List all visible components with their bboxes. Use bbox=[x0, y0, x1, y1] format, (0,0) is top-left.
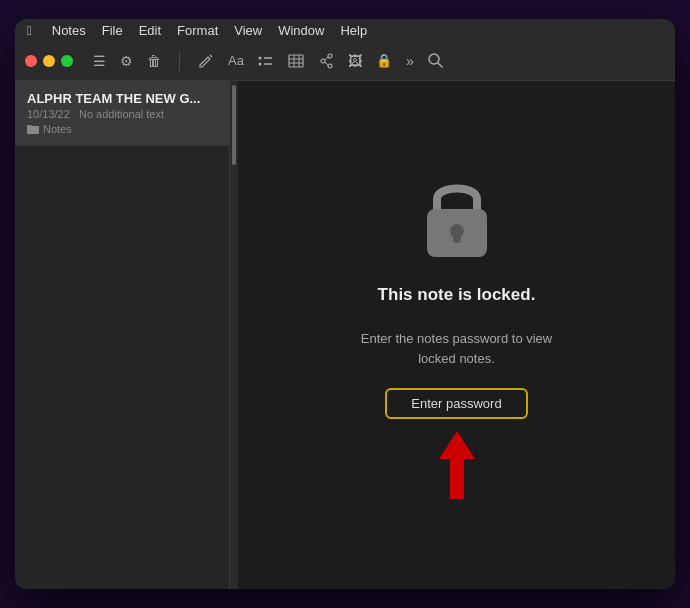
arrow-container bbox=[439, 431, 475, 499]
sidebar: ALPHR TEAM THE NEW G... 10/13/22 No addi… bbox=[15, 81, 230, 589]
arrow-shaft bbox=[450, 459, 464, 499]
note-view: This note is locked. Enter the notes pas… bbox=[238, 81, 675, 589]
note-meta: 10/13/22 No additional text bbox=[27, 108, 217, 120]
lock-title: This note is locked. bbox=[378, 285, 536, 305]
apple-menu[interactable]:  bbox=[27, 23, 32, 38]
svg-point-10 bbox=[328, 54, 332, 58]
toolbar: ☰ ⚙ 🗑 Aa bbox=[15, 41, 675, 81]
search-icon[interactable] bbox=[428, 53, 443, 68]
menu-format[interactable]: Format bbox=[177, 23, 218, 38]
image-icon[interactable]: 🖼 bbox=[348, 53, 362, 69]
traffic-lights bbox=[25, 55, 73, 67]
menu-bar:  Notes File Edit Format View Window Hel… bbox=[15, 19, 675, 41]
svg-point-1 bbox=[258, 62, 261, 65]
lock-subtitle: Enter the notes password to view locked … bbox=[347, 329, 567, 368]
chevron-right-icon[interactable]: » bbox=[406, 53, 414, 69]
maximize-button[interactable] bbox=[61, 55, 73, 67]
scrollbar-thumb bbox=[232, 85, 236, 165]
app-window:  Notes File Edit Format View Window Hel… bbox=[15, 19, 675, 589]
minimize-button[interactable] bbox=[43, 55, 55, 67]
share-icon[interactable] bbox=[318, 53, 334, 69]
compose-icon[interactable] bbox=[198, 53, 214, 69]
menu-help[interactable]: Help bbox=[340, 23, 367, 38]
main-content: ALPHR TEAM THE NEW G... 10/13/22 No addi… bbox=[15, 81, 675, 589]
enter-password-button[interactable]: Enter password bbox=[385, 388, 527, 419]
close-button[interactable] bbox=[25, 55, 37, 67]
note-title: ALPHR TEAM THE NEW G... bbox=[27, 91, 217, 106]
arrow-head bbox=[439, 431, 475, 459]
svg-rect-18 bbox=[453, 231, 461, 243]
note-preview: No additional text bbox=[79, 108, 164, 120]
svg-point-0 bbox=[258, 56, 261, 59]
svg-point-11 bbox=[328, 64, 332, 68]
note-list-item[interactable]: ALPHR TEAM THE NEW G... 10/13/22 No addi… bbox=[15, 81, 229, 146]
menu-file[interactable]: File bbox=[102, 23, 123, 38]
list-view-icon[interactable]: ☰ bbox=[93, 53, 106, 69]
lock-icon-container bbox=[417, 171, 497, 261]
svg-point-9 bbox=[321, 59, 325, 63]
svg-line-15 bbox=[438, 63, 442, 67]
menu-view[interactable]: View bbox=[234, 23, 262, 38]
trash-icon[interactable]: 🗑 bbox=[147, 53, 161, 69]
lock-icon bbox=[417, 171, 497, 261]
checklist-icon[interactable] bbox=[258, 54, 274, 68]
table-icon[interactable] bbox=[288, 54, 304, 68]
lock-toolbar-icon[interactable]: 🔒 bbox=[376, 53, 392, 68]
note-folder-name: Notes bbox=[43, 123, 72, 135]
svg-line-12 bbox=[325, 57, 328, 60]
menu-edit[interactable]: Edit bbox=[139, 23, 161, 38]
svg-rect-4 bbox=[289, 55, 303, 67]
font-icon[interactable]: Aa bbox=[228, 53, 244, 68]
red-arrow bbox=[439, 431, 475, 499]
note-content-area: This note is locked. Enter the notes pas… bbox=[238, 81, 675, 589]
menu-window[interactable]: Window bbox=[278, 23, 324, 38]
svg-line-13 bbox=[325, 62, 328, 65]
note-date: 10/13/22 bbox=[27, 108, 70, 120]
toolbar-divider-1 bbox=[179, 51, 180, 71]
grid-view-icon[interactable]: ⚙ bbox=[120, 53, 133, 69]
menu-notes[interactable]: Notes bbox=[52, 23, 86, 38]
sidebar-scrollbar[interactable] bbox=[230, 81, 238, 589]
note-folder: Notes bbox=[27, 123, 217, 135]
